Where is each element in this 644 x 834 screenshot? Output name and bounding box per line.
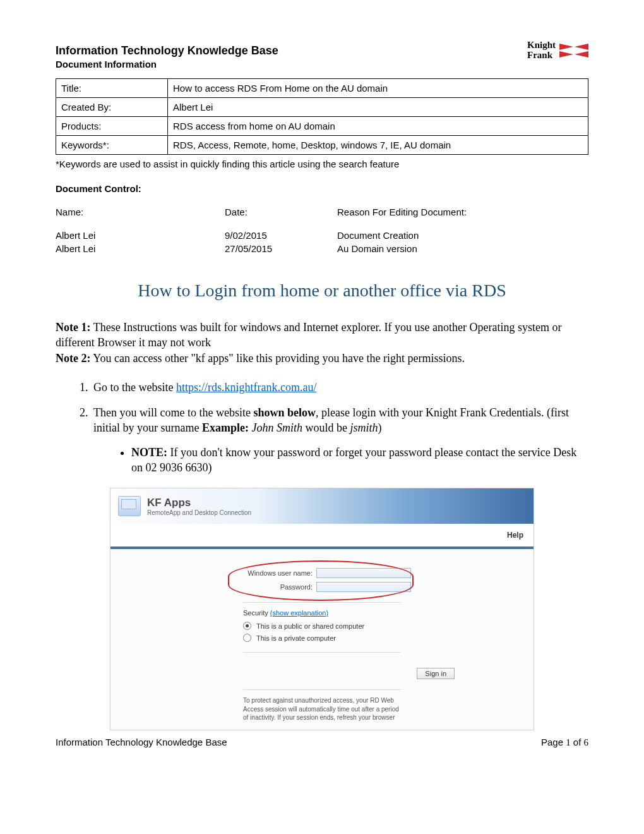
info-label: Products: (56, 117, 168, 136)
kf-separator-2 (243, 652, 401, 653)
red-circle-annotation (228, 560, 414, 601)
col-name: Name: (56, 205, 225, 229)
kf-toolbar: Help (110, 524, 534, 547)
subnote-label: NOTE: (131, 446, 167, 459)
info-label: Keywords*: (56, 136, 168, 155)
dc-reason: Au Domain version (337, 242, 588, 255)
notes-block: Note 1: These Instructions was built for… (56, 320, 588, 366)
doc-control-table: Name: Date: Reason For Editing Document:… (56, 205, 588, 255)
keywords-footnote: *Keywords are used to assist in quickly … (56, 159, 588, 169)
page-footer: Information Technology Knowledge Base Pa… (56, 737, 588, 748)
logo-text: Knight Frank (527, 40, 556, 61)
info-value: RDS access from home on AU domain (168, 117, 588, 136)
security-line: Security (show explanation) (243, 609, 534, 617)
radio-public-label: This is a public or shared computer (256, 622, 364, 630)
page-number: 1 (566, 737, 571, 747)
info-value: RDS, Access, Remote, home, Desktop, wind… (168, 136, 588, 155)
footer-right-mid: of (571, 737, 584, 747)
knight-frank-logo: Knight Frank (527, 40, 588, 61)
table-row: Created By: Albert Lei (56, 98, 588, 117)
dc-date: 9/02/2015 (225, 229, 337, 242)
s2g: jsmith (350, 421, 378, 434)
rds-link[interactable]: https://rds.knightfrank.com.au/ (176, 381, 316, 394)
s2h: ) (378, 421, 381, 434)
footer-left: Information Technology Knowledge Base (56, 737, 227, 748)
s2e: John Smith (249, 421, 302, 434)
note2-text: You can access other "kf apps" like this… (90, 352, 465, 365)
remoteapp-icon (118, 496, 141, 516)
col-date: Date: (225, 205, 337, 229)
kf-app-title: KF Apps (147, 497, 251, 509)
s2d: Example: (202, 421, 249, 434)
kf-separator-3 (243, 689, 401, 690)
article-title: How to Login from home or another office… (56, 281, 588, 301)
note-1: Note 1: These Instructions was built for… (56, 320, 588, 351)
note1-label: Note 1: (56, 321, 90, 334)
logo-line1: Knight (527, 40, 556, 50)
step-2: Then you will come to the website shown … (91, 405, 588, 475)
footer-right: Page 1 of 6 (541, 737, 588, 748)
note-2: Note 2: You can access other "kf apps" l… (56, 351, 588, 366)
dc-reason: Document Creation (337, 229, 588, 242)
radio-public-icon[interactable] (243, 622, 251, 630)
header-left: Information Technology Knowledge Base Do… (56, 44, 527, 78)
table-row: Albert Lei 27/05/2015 Au Domain version (56, 242, 588, 255)
step-1: Go to the website https://rds.knightfran… (91, 380, 588, 395)
password-label: Password: (243, 583, 316, 591)
subnote-item: NOTE: If you don't know your password or… (131, 445, 588, 476)
document-info-table: Title: How to access RDS From Home on th… (56, 78, 588, 155)
table-header-row: Name: Date: Reason For Editing Document: (56, 205, 588, 229)
info-value: How to access RDS From Home on the AU do… (168, 79, 588, 98)
info-value: Albert Lei (168, 98, 588, 117)
note1-text: These Instructions was built for windows… (56, 321, 561, 349)
kf-apps-screenshot: KF Apps RemoteApp and Desktop Connection… (110, 488, 534, 730)
dc-name: Albert Lei (56, 242, 225, 255)
table-row: Albert Lei 9/02/2015 Document Creation (56, 229, 588, 242)
info-label: Created By: (56, 98, 168, 117)
kf-body: Windows user name: Password: Security (s… (110, 549, 534, 730)
radio-private-icon[interactable] (243, 634, 251, 642)
kf-banner-text: KF Apps RemoteApp and Desktop Connection (147, 497, 251, 516)
s2b: shown below (253, 406, 316, 419)
username-input[interactable] (316, 568, 411, 578)
signin-button[interactable]: Sign in (417, 668, 455, 679)
kf-separator (243, 602, 401, 603)
dc-date: 27/05/2015 (225, 242, 337, 255)
table-row: Title: How to access RDS From Home on th… (56, 79, 588, 98)
password-row: Password: (243, 582, 534, 592)
kf-app-subtitle: RemoteApp and Desktop Connection (147, 509, 251, 516)
radio-public-row[interactable]: This is a public or shared computer (243, 622, 534, 630)
step2-subnote: NOTE: If you don't know your password or… (93, 445, 588, 476)
page-total: 6 (584, 737, 589, 747)
logo-triangles-icon (559, 44, 588, 57)
footer-right-pre: Page (541, 737, 566, 747)
kf-security-footnote: To protect against unauthorized access, … (243, 696, 401, 722)
kf-banner: KF Apps RemoteApp and Desktop Connection (110, 488, 534, 524)
radio-private-row[interactable]: This is a private computer (243, 634, 534, 642)
kb-title: Information Technology Knowledge Base (56, 44, 527, 57)
step1-pre: Go to the website (93, 381, 176, 394)
radio-private-label: This is a private computer (256, 634, 336, 642)
help-link[interactable]: Help (507, 531, 523, 540)
security-pre: Security (243, 609, 270, 617)
header-row: Information Technology Knowledge Base Do… (56, 44, 588, 78)
steps-list: Go to the website https://rds.knightfran… (56, 380, 588, 475)
document-page: Information Technology Knowledge Base Do… (0, 0, 644, 773)
table-row: Products: RDS access from home on AU dom… (56, 117, 588, 136)
signin-row: Sign in (243, 668, 455, 679)
doc-info-heading: Document Information (56, 59, 527, 70)
col-reason: Reason For Editing Document: (337, 205, 588, 229)
logo-line2: Frank (527, 50, 552, 60)
password-input[interactable] (316, 582, 411, 592)
username-row: Windows user name: (243, 568, 534, 578)
note2-label: Note 2: (56, 352, 90, 365)
s2f: would be (302, 421, 350, 434)
subnote-text: If you don't know your password or forge… (131, 446, 576, 474)
dc-name: Albert Lei (56, 229, 225, 242)
s2a: Then you will come to the website (93, 406, 253, 419)
username-label: Windows user name: (243, 569, 316, 577)
doc-control-heading: Document Control: (56, 183, 588, 194)
show-explanation-link[interactable]: (show explanation) (270, 609, 328, 617)
table-row: Keywords*: RDS, Access, Remote, home, De… (56, 136, 588, 155)
info-label: Title: (56, 79, 168, 98)
